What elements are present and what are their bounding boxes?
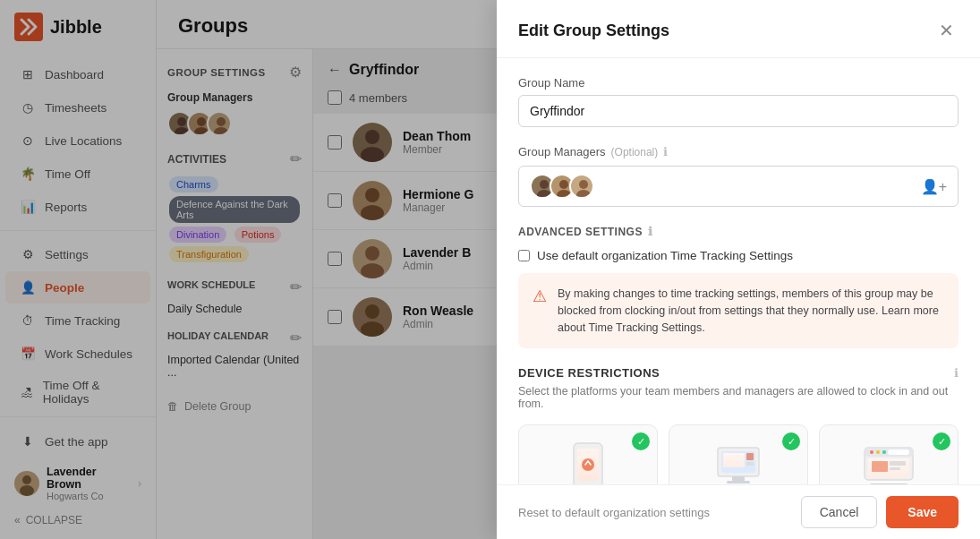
modal-overlay: Edit Group Settings ✕ Group Name Group M… <box>0 0 980 539</box>
advanced-settings-section: ADVANCED SETTINGS ℹ Use default organiza… <box>518 225 959 348</box>
kiosk-check: ✓ <box>782 432 800 450</box>
device-subtitle: Select the platforms your team members a… <box>518 385 959 410</box>
group-name-label: Group Name <box>518 76 959 90</box>
svg-point-40 <box>882 450 886 454</box>
managers-field: Group Managers (Optional) ℹ <box>518 145 959 207</box>
warning-text: By making changes to time tracking setti… <box>558 286 944 336</box>
edit-group-modal: Edit Group Settings ✕ Group Name Group M… <box>497 0 980 539</box>
mobile-check: ✓ <box>632 432 650 450</box>
managers-box[interactable]: 👤+ <box>518 166 959 207</box>
modal-footer: Reset to default organization settings C… <box>497 484 980 539</box>
group-name-input[interactable] <box>518 95 959 127</box>
default-tracking-label: Use default organization Time Tracking S… <box>537 249 793 262</box>
close-button[interactable]: ✕ <box>933 18 959 43</box>
browser-check: ✓ <box>933 432 950 450</box>
device-info-icon: ℹ <box>954 366 959 380</box>
cancel-button[interactable]: Cancel <box>801 496 878 528</box>
svg-point-38 <box>870 450 873 454</box>
svg-rect-47 <box>890 467 900 470</box>
svg-point-19 <box>559 180 568 189</box>
modal-header: Edit Group Settings ✕ <box>497 0 980 58</box>
svg-rect-45 <box>872 461 888 472</box>
svg-rect-33 <box>723 453 745 467</box>
reset-link[interactable]: Reset to default organization settings <box>518 506 710 519</box>
svg-rect-34 <box>746 453 754 460</box>
device-restrictions-title: DEVICE RESTRICTIONS <box>518 366 660 380</box>
device-title: DEVICE RESTRICTIONS ℹ <box>518 366 959 380</box>
svg-rect-31 <box>727 481 750 483</box>
svg-rect-41 <box>888 449 909 455</box>
add-manager-button[interactable]: 👤+ <box>921 178 947 195</box>
svg-point-18 <box>537 190 551 199</box>
svg-point-17 <box>540 180 549 189</box>
mgr-avatar-3 <box>569 174 594 199</box>
warning-box: ⚠ By making changes to time tracking set… <box>518 273 959 348</box>
managers-avatars <box>530 174 589 199</box>
modal-body: Group Name Group Managers (Optional) ℹ <box>497 58 980 539</box>
default-tracking-row: Use default organization Time Tracking S… <box>518 249 959 262</box>
modal-title: Edit Group Settings <box>518 21 669 40</box>
info-icon: ℹ <box>663 145 668 158</box>
svg-point-22 <box>576 190 591 199</box>
default-tracking-checkbox[interactable] <box>518 250 530 261</box>
managers-label-row: Group Managers (Optional) ℹ <box>518 145 959 158</box>
advanced-settings-title: ADVANCED SETTINGS ℹ <box>518 225 959 238</box>
svg-rect-46 <box>890 461 906 466</box>
svg-point-39 <box>876 450 880 454</box>
footer-buttons: Cancel Save <box>801 496 959 528</box>
save-button[interactable]: Save <box>886 496 959 528</box>
svg-rect-35 <box>746 462 754 466</box>
advanced-info-icon: ℹ <box>648 225 653 238</box>
group-name-field: Group Name <box>518 76 959 127</box>
warning-icon: ⚠ <box>533 287 547 306</box>
svg-point-21 <box>579 180 588 189</box>
svg-rect-30 <box>732 476 745 481</box>
svg-point-20 <box>557 190 571 199</box>
